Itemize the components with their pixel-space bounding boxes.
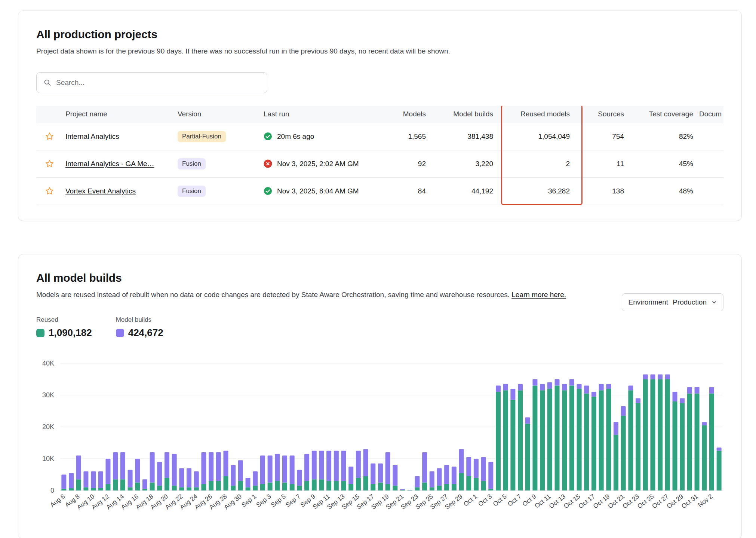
bar-segment-reused[interactable] bbox=[371, 484, 375, 490]
bar-segment-model-builds[interactable] bbox=[91, 471, 96, 488]
bar-segment-model-builds[interactable] bbox=[231, 465, 236, 486]
bar-segment-model-builds[interactable] bbox=[216, 452, 221, 481]
project-name-link[interactable]: Internal Analytics bbox=[65, 132, 119, 140]
bar-segment-reused[interactable] bbox=[408, 490, 412, 490]
bar-segment-reused[interactable] bbox=[717, 451, 722, 490]
bar-segment-model-builds[interactable] bbox=[275, 454, 280, 481]
bar-segment-reused[interactable] bbox=[444, 484, 449, 490]
bar-segment-model-builds[interactable] bbox=[444, 465, 449, 484]
bar-segment-reused[interactable] bbox=[650, 379, 655, 491]
bar-segment-reused[interactable] bbox=[165, 478, 169, 490]
bar-segment-model-builds[interactable] bbox=[488, 462, 493, 489]
bar-segment-reused[interactable] bbox=[496, 392, 501, 491]
bar-segment-reused[interactable] bbox=[621, 416, 626, 490]
bar-segment-reused[interactable] bbox=[577, 389, 582, 490]
bar-segment-model-builds[interactable] bbox=[246, 478, 251, 487]
bar-segment-model-builds[interactable] bbox=[702, 422, 707, 425]
bar-segment-model-builds[interactable] bbox=[113, 452, 118, 479]
bar-segment-reused[interactable] bbox=[246, 487, 251, 491]
bar-segment-reused[interactable] bbox=[510, 400, 515, 490]
bar-segment-model-builds[interactable] bbox=[621, 406, 626, 416]
learn-more-link[interactable]: Learn more here. bbox=[511, 291, 566, 299]
bar-segment-reused[interactable] bbox=[569, 386, 574, 491]
bar-segment-model-builds[interactable] bbox=[680, 398, 685, 403]
bar-segment-reused[interactable] bbox=[702, 425, 707, 490]
bar-segment-reused[interactable] bbox=[695, 394, 700, 490]
bar-segment-reused[interactable] bbox=[224, 476, 228, 490]
bar-segment-model-builds[interactable] bbox=[466, 457, 471, 476]
bar-segment-reused[interactable] bbox=[253, 486, 258, 490]
bar-segment-reused[interactable] bbox=[135, 483, 140, 490]
bar-segment-reused[interactable] bbox=[157, 486, 162, 490]
search-input[interactable] bbox=[56, 79, 260, 87]
bar-segment-model-builds[interactable] bbox=[540, 384, 545, 390]
bar-segment-reused[interactable] bbox=[194, 487, 199, 491]
bar-segment-reused[interactable] bbox=[488, 489, 493, 490]
bar-segment-model-builds[interactable] bbox=[643, 375, 648, 379]
bar-segment-model-builds[interactable] bbox=[105, 459, 110, 484]
bar-segment-model-builds[interactable] bbox=[268, 456, 273, 483]
bar-segment-reused[interactable] bbox=[459, 473, 464, 490]
bar-segment-reused[interactable] bbox=[628, 390, 633, 490]
bar-segment-reused[interactable] bbox=[614, 435, 618, 490]
bar-segment-model-builds[interactable] bbox=[415, 476, 420, 487]
bar-segment-reused[interactable] bbox=[540, 390, 545, 490]
bar-segment-reused[interactable] bbox=[532, 386, 537, 491]
bar-segment-reused[interactable] bbox=[481, 481, 486, 491]
bar-segment-model-builds[interactable] bbox=[437, 468, 442, 486]
bar-segment-model-builds[interactable] bbox=[584, 386, 589, 394]
bar-segment-reused[interactable] bbox=[591, 397, 596, 490]
bar-segment-reused[interactable] bbox=[304, 481, 309, 491]
bar-segment-reused[interactable] bbox=[555, 386, 560, 491]
bar-segment-model-builds[interactable] bbox=[326, 451, 331, 481]
bar-segment-reused[interactable] bbox=[356, 478, 361, 490]
bar-segment-model-builds[interactable] bbox=[636, 398, 640, 403]
bar-segment-model-builds[interactable] bbox=[83, 471, 88, 487]
bar-segment-reused[interactable] bbox=[673, 401, 677, 490]
bar-segment-model-builds[interactable] bbox=[297, 470, 302, 486]
bar-segment-reused[interactable] bbox=[69, 488, 74, 490]
bar-segment-reused[interactable] bbox=[282, 483, 287, 490]
bar-segment-reused[interactable] bbox=[61, 489, 66, 490]
bar-segment-reused[interactable] bbox=[665, 379, 670, 491]
bar-segment-model-builds[interactable] bbox=[157, 462, 162, 486]
bar-segment-model-builds[interactable] bbox=[371, 464, 375, 484]
bar-segment-model-builds[interactable] bbox=[606, 384, 611, 389]
bar-segment-model-builds[interactable] bbox=[555, 379, 560, 386]
bar-segment-model-builds[interactable] bbox=[363, 449, 368, 476]
bar-segment-model-builds[interactable] bbox=[385, 452, 390, 484]
bar-segment-model-builds[interactable] bbox=[260, 456, 265, 484]
bar-segment-model-builds[interactable] bbox=[69, 473, 74, 488]
bar-segment-model-builds[interactable] bbox=[459, 449, 464, 473]
project-search[interactable] bbox=[36, 72, 267, 93]
bar-segment-reused[interactable] bbox=[430, 487, 434, 491]
bar-segment-reused[interactable] bbox=[319, 479, 324, 490]
bar-segment-model-builds[interactable] bbox=[614, 422, 618, 435]
bar-segment-model-builds[interactable] bbox=[290, 456, 295, 484]
project-name-link[interactable]: Vortex Event Analytics bbox=[65, 187, 136, 195]
bar-segment-model-builds[interactable] bbox=[673, 392, 677, 402]
bar-segment-reused[interactable] bbox=[187, 487, 191, 491]
bar-segment-reused[interactable] bbox=[474, 478, 479, 490]
bar-segment-reused[interactable] bbox=[422, 483, 427, 490]
bar-segment-reused[interactable] bbox=[680, 403, 685, 490]
bar-segment-model-builds[interactable] bbox=[393, 465, 397, 486]
bar-segment-model-builds[interactable] bbox=[128, 470, 133, 487]
bar-segment-model-builds[interactable] bbox=[577, 384, 582, 389]
bar-segment-model-builds[interactable] bbox=[98, 471, 103, 488]
bar-segment-model-builds[interactable] bbox=[547, 382, 552, 389]
bar-segment-reused[interactable] bbox=[547, 389, 552, 490]
bar-segment-reused[interactable] bbox=[83, 487, 88, 491]
project-name-link[interactable]: Internal Analytics - GA Me… bbox=[65, 160, 154, 168]
environment-select[interactable]: Environment Production bbox=[622, 293, 723, 311]
bar-segment-reused[interactable] bbox=[643, 379, 648, 491]
bar-segment-reused[interactable] bbox=[393, 486, 397, 490]
bar-segment-model-builds[interactable] bbox=[356, 451, 361, 478]
bar-segment-reused[interactable] bbox=[636, 403, 640, 490]
bar-segment-model-builds[interactable] bbox=[400, 489, 405, 490]
bar-segment-reused[interactable] bbox=[378, 483, 383, 490]
bar-segment-model-builds[interactable] bbox=[319, 451, 324, 480]
bar-segment-model-builds[interactable] bbox=[282, 456, 287, 483]
bar-segment-reused[interactable] bbox=[290, 484, 295, 490]
bar-segment-reused[interactable] bbox=[658, 379, 663, 491]
